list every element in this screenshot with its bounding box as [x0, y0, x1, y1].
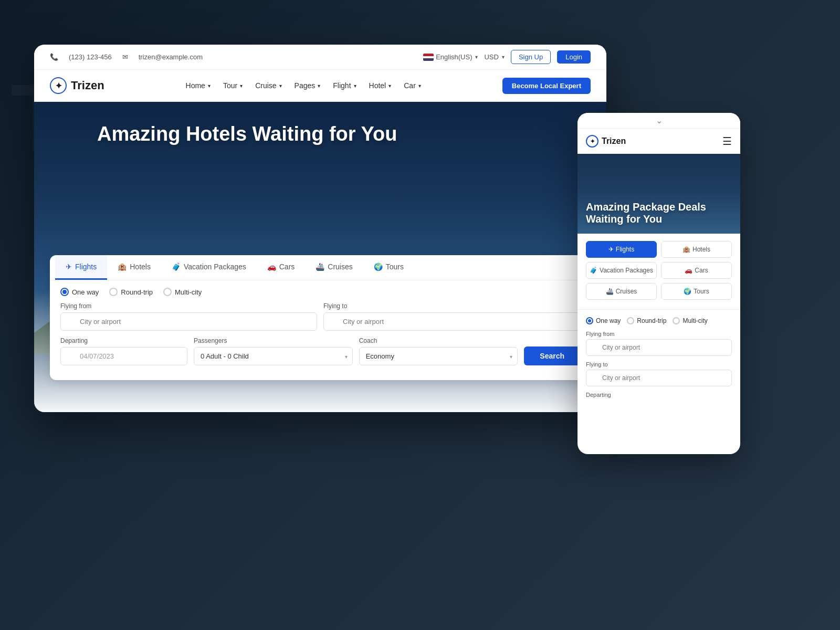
coach-group: Coach Economy ▾	[359, 337, 518, 365]
become-expert-button[interactable]: Become Local Expert	[502, 78, 591, 94]
tab-flights[interactable]: ✈ Flights	[55, 255, 107, 280]
search-tabs: ✈ Flights 🏨 Hotels 🧳 Vacation Packages 🚗…	[50, 255, 591, 280]
flying-from-group: Flying from 📍	[60, 302, 317, 331]
desktop-mockup: 📞 (123) 123-456 ✉ trizen@example.com Eng…	[34, 45, 606, 412]
mobile-vacation-icon: 🧳	[590, 267, 597, 274]
nav-pages[interactable]: Pages ▾	[290, 79, 325, 92]
tab-cruises-label: Cruises	[328, 262, 352, 271]
mobile-tab-hotels-label: Hotels	[692, 246, 710, 253]
multi-city-radio[interactable]	[163, 288, 172, 296]
round-trip-radio[interactable]	[109, 288, 118, 296]
tab-cars[interactable]: 🚗 Cars	[257, 255, 306, 280]
departing-wrapper: 📅	[60, 347, 187, 365]
flag-icon	[423, 54, 434, 61]
tab-cruises[interactable]: 🚢 Cruises	[305, 255, 363, 280]
mobile-tab-cruises[interactable]: 🚢 Cruises	[586, 283, 657, 300]
mobile-one-way-radio[interactable]	[586, 317, 593, 324]
phone-icon: 📞	[50, 53, 58, 61]
mobile-tab-cars-label: Cars	[695, 267, 708, 274]
one-way-option[interactable]: One way	[60, 288, 99, 296]
mobile-round-trip-radio[interactable]	[627, 317, 634, 324]
login-button[interactable]: Login	[557, 50, 591, 64]
round-trip-option[interactable]: Round-trip	[109, 288, 153, 296]
chevron-down-icon: ▾	[502, 54, 505, 60]
passengers-select[interactable]: 0 Adult - 0 Child	[194, 347, 353, 365]
mobile-tours-icon: 🌍	[684, 288, 691, 295]
hero-title: Amazing Hotels Waiting for You	[97, 123, 397, 145]
vacation-icon: 🧳	[172, 262, 181, 271]
topbar-left: 📞 (123) 123-456 ✉ trizen@example.com	[50, 53, 203, 61]
from-input[interactable]	[60, 312, 317, 331]
mobile-to-input[interactable]	[586, 370, 732, 386]
mobile-logo: ✦ Trizen	[586, 135, 626, 148]
chevron-down-icon: ▾	[510, 353, 512, 359]
mobile-cars-icon: 🚗	[685, 267, 692, 274]
tours-icon: 🌍	[374, 262, 383, 271]
mobile-tab-vacation-label: Vacation Packages	[600, 267, 653, 274]
hamburger-icon[interactable]: ☰	[722, 135, 732, 148]
brand-name: Trizen	[71, 79, 104, 92]
mobile-tab-flights[interactable]: ✈ Flights	[586, 241, 657, 258]
one-way-label: One way	[72, 288, 99, 296]
tab-hotels-label: Hotels	[130, 262, 151, 271]
tab-tours[interactable]: 🌍 Tours	[363, 255, 414, 280]
mobile-logo-icon: ✦	[586, 135, 598, 148]
to-input[interactable]	[323, 312, 580, 331]
mobile-tabs-row3: 🚢 Cruises 🌍 Tours	[586, 283, 732, 300]
chevron-up-icon: ⌄	[656, 116, 663, 125]
mobile-round-trip-option[interactable]: Round-trip	[627, 317, 666, 324]
flying-to-label: Flying to	[323, 302, 580, 310]
multi-city-option[interactable]: Multi-city	[163, 288, 202, 296]
mobile-tab-tours[interactable]: 🌍 Tours	[661, 283, 732, 300]
currency-selector[interactable]: USD ▾	[484, 53, 504, 61]
coach-select[interactable]: Economy	[359, 347, 518, 365]
mobile-one-way-option[interactable]: One way	[586, 317, 621, 324]
mobile-multi-city-option[interactable]: Multi-city	[673, 317, 707, 324]
email-address: trizen@example.com	[139, 53, 203, 61]
nav-home[interactable]: Home ▾	[182, 79, 215, 92]
mobile-tab-tours-label: Tours	[694, 288, 709, 295]
nav-car[interactable]: Car ▾	[400, 79, 425, 92]
departing-input[interactable]	[60, 347, 187, 365]
chevron-down-icon: ▾	[475, 54, 478, 60]
topbar: 📞 (123) 123-456 ✉ trizen@example.com Eng…	[34, 45, 606, 70]
flying-to-group: Flying to 📍	[323, 302, 580, 331]
tab-vacation-packages[interactable]: 🧳 Vacation Packages	[161, 255, 257, 280]
tab-vacation-label: Vacation Packages	[184, 262, 246, 271]
mobile-tabs-row2: 🧳 Vacation Packages 🚗 Cars	[586, 262, 732, 279]
nav-flight[interactable]: Flight ▾	[329, 79, 360, 92]
passengers-label: Passengers	[194, 337, 353, 344]
details-row: Departing 📅 Passengers 0 Adult - 0 Child	[60, 337, 580, 365]
mobile-from-wrapper: 📍	[586, 339, 732, 356]
mobile-content: ✦ Trizen ☰ Amazing Package Deals Waiting…	[578, 129, 740, 454]
mobile-from-input[interactable]	[586, 339, 732, 356]
mobile-departing-group: Departing	[586, 392, 732, 398]
hero-section: Amazing Hotels Waiting for You ✈ Flights…	[34, 102, 606, 412]
mobile-hero-title: Amazing Package Deals Waiting for You	[586, 201, 732, 225]
mobile-to-label: Flying to	[586, 361, 732, 368]
tab-hotels[interactable]: 🏨 Hotels	[107, 255, 161, 280]
search-button-wrapper: Search	[524, 337, 580, 365]
phone-number: (123) 123-456	[69, 53, 112, 61]
coach-label: Coach	[359, 337, 518, 344]
mobile-round-trip-label: Round-trip	[637, 317, 666, 324]
search-button[interactable]: Search	[524, 346, 580, 365]
mobile-multi-city-radio[interactable]	[673, 317, 680, 324]
round-trip-label: Round-trip	[121, 288, 153, 296]
tab-tours-label: Tours	[386, 262, 404, 271]
language-selector[interactable]: English(US) ▾	[423, 53, 478, 61]
mobile-flights-icon: ✈	[608, 246, 614, 253]
one-way-radio[interactable]	[60, 288, 69, 296]
mobile-tab-vacation[interactable]: 🧳 Vacation Packages	[586, 262, 657, 279]
cars-icon: 🚗	[267, 262, 276, 271]
passengers-wrapper: 0 Adult - 0 Child ▾	[194, 347, 353, 365]
mobile-search-form: One way Round-trip Multi-city Flying fro…	[578, 310, 740, 411]
mobile-tab-cars[interactable]: 🚗 Cars	[661, 262, 732, 279]
mobile-multi-city-label: Multi-city	[682, 317, 707, 324]
signup-button[interactable]: Sign Up	[511, 50, 551, 64]
mobile-tab-hotels[interactable]: 🏨 Hotels	[661, 241, 732, 258]
nav-tour[interactable]: Tour ▾	[219, 79, 247, 92]
nav-hotel[interactable]: Hotel ▾	[365, 79, 396, 92]
departing-label: Departing	[60, 337, 187, 344]
nav-cruise[interactable]: Cruise ▾	[251, 79, 286, 92]
